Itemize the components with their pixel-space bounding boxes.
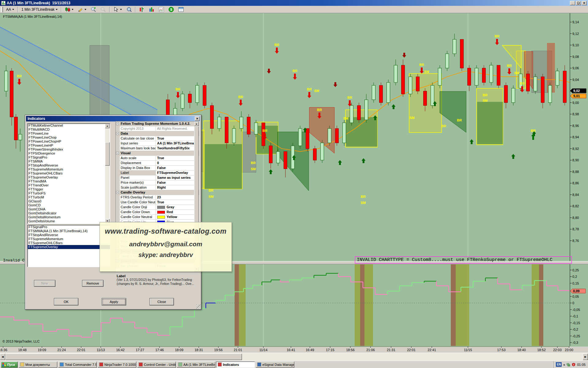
- indicator-list-item[interactable]: FTSMMA: [28, 159, 110, 163]
- chart-trader-button[interactable]: [137, 6, 146, 13]
- instrument-dropdown[interactable]: AA: [4, 6, 16, 13]
- property-row[interactable]: Auto scaleTrue: [116, 156, 199, 161]
- property-category[interactable]: −Visual: [116, 151, 199, 156]
- ok-button[interactable]: OK: [54, 298, 78, 305]
- property-value[interactable]: True: [156, 156, 199, 160]
- property-value[interactable]: False: [156, 180, 199, 185]
- remove-button[interactable]: Remove: [82, 280, 104, 287]
- property-row[interactable]: Calculate on bar closeTrue: [116, 136, 199, 141]
- selected-indicator-item[interactable]: FTSupremeMomentum: [28, 237, 110, 241]
- scrollbar-thumb[interactable]: [6, 354, 242, 360]
- data-box-button[interactable]: [124, 6, 134, 13]
- indicator-list-item[interactable]: FTTrendMA: [28, 179, 110, 183]
- property-value[interactable]: Red: [156, 210, 199, 214]
- indicator-list-item[interactable]: FTSignalPro: [28, 155, 110, 159]
- list-scrollbar[interactable]: ▲▼: [105, 124, 110, 223]
- cursor-tool-button[interactable]: [111, 6, 124, 13]
- selected-indicator-item[interactable]: FTSupremeOHLCBars: [28, 241, 110, 245]
- indicator-list-item[interactable]: FTPSIDivergence: [28, 151, 110, 155]
- indicator-list-item[interactable]: FTSupremeOverlay: [28, 175, 110, 179]
- apply-button[interactable]: Apply: [102, 298, 126, 305]
- property-value[interactable]: Same as input series: [156, 175, 199, 180]
- collapse-icon[interactable]: −: [116, 122, 119, 125]
- property-value[interactable]: TwoHundredFiftySix: [156, 146, 199, 151]
- selected-indicator-item[interactable]: FTSupremeOverlay: [28, 245, 110, 249]
- taskbar-item[interactable]: Total Commander 7.50 p...: [58, 362, 97, 368]
- property-row[interactable]: Scale justificationRight: [116, 185, 199, 190]
- chart-style-button[interactable]: [63, 6, 75, 13]
- property-value[interactable]: False: [156, 166, 199, 170]
- scroll-up-icon[interactable]: ▲: [105, 124, 110, 128]
- indicator-list-item[interactable]: GomDeltaVolume: [28, 219, 110, 223]
- scroll-up-icon[interactable]: ▲: [194, 122, 199, 126]
- tray-chevron-icon[interactable]: «: [563, 363, 565, 366]
- property-row[interactable]: −Felton Trading Supreme Momentum 1.0.4.2…: [116, 121, 199, 126]
- close-dialog-button[interactable]: Close: [149, 298, 174, 305]
- property-value[interactable]: Gray: [156, 205, 199, 209]
- line-chart-button[interactable]: [157, 6, 166, 13]
- selected-indicator-item[interactable]: FTSignalPro: [28, 225, 110, 229]
- taskbar-item[interactable]: NinjaTrader 7.0.1000.14...: [98, 362, 136, 368]
- maximize-button[interactable]: ❏: [576, 1, 581, 5]
- indicator-list-item[interactable]: FTTrendOver: [28, 183, 110, 187]
- property-row[interactable]: FTRS Overlay Period23: [116, 195, 199, 200]
- indicator-list-item[interactable]: GomCD: [28, 203, 110, 207]
- zoom-out-button[interactable]: [99, 6, 108, 13]
- property-category[interactable]: −Data: [116, 131, 199, 136]
- property-row[interactable]: Candle Color DownRed: [116, 210, 199, 215]
- scroll-right-icon[interactable]: ▶: [583, 354, 588, 360]
- dialog-titlebar[interactable]: Indicators ✕: [26, 116, 200, 121]
- indicator-list-item[interactable]: FTMultiMACD: [28, 128, 110, 132]
- collapse-icon[interactable]: −: [116, 132, 119, 135]
- collapse-icon[interactable]: −: [116, 152, 119, 155]
- scroll-left-icon[interactable]: ◀: [0, 354, 5, 360]
- taskbar-item[interactable]: Control Center - Untitled1: [137, 362, 176, 368]
- language-indicator[interactable]: EN: [556, 362, 562, 367]
- property-row[interactable]: Display in Data BoxFalse: [116, 166, 199, 171]
- minimize-button[interactable]: _: [570, 1, 575, 5]
- indicator-list-item[interactable]: FTSupremeOHLCBars: [28, 171, 110, 175]
- selected-indicators-list[interactable]: FTSignalProFTSMMA(AA (1 Min 3FTLineBreak…: [27, 225, 110, 267]
- taskbar-item[interactable]: AA (1 Min 3FTLineBreak) ...: [177, 362, 215, 368]
- indicator-list-item[interactable]: GomDeltaMomentum: [28, 215, 110, 219]
- selected-indicator-item[interactable]: FTStopAndReverse: [28, 233, 110, 237]
- toolbar-grip-icon[interactable]: [1, 7, 3, 12]
- property-value[interactable]: True: [156, 200, 199, 205]
- dialog-close-icon[interactable]: ✕: [195, 117, 200, 121]
- start-button[interactable]: Пуск: [1, 362, 18, 368]
- new-button[interactable]: New: [34, 280, 55, 287]
- property-row[interactable]: Displacement0: [116, 161, 199, 166]
- selected-indicator-item[interactable]: FTSMMA(AA (1 Min 3FTLineBreak),14): [28, 229, 110, 233]
- horizontal-scrollbar[interactable]: ◀ ▶: [0, 353, 588, 361]
- property-category[interactable]: −Candle Overlay: [116, 190, 199, 195]
- data-grid-button[interactable]: [176, 6, 186, 13]
- taskbar-item[interactable]: Мои документы: [19, 362, 57, 368]
- security-shield-icon[interactable]: !: [572, 363, 575, 366]
- property-value[interactable]: Yellow: [156, 215, 199, 219]
- zoom-in-button[interactable]: [89, 6, 98, 13]
- property-value[interactable]: True: [156, 136, 199, 141]
- property-row[interactable]: Input seriesAA (1 Min 3FTLineBrea: [116, 141, 199, 146]
- property-value[interactable]: 23: [156, 195, 199, 200]
- account-button[interactable]: $: [167, 6, 176, 13]
- market-analyzer-button[interactable]: [147, 6, 156, 13]
- indicator-list-item[interactable]: FTStopAndReverse: [28, 163, 110, 167]
- indicator-list-item[interactable]: FTPowerStrengthIndex: [28, 148, 110, 151]
- property-row[interactable]: PanelSame as input series: [116, 175, 199, 180]
- scrollbar-thumb[interactable]: [105, 142, 110, 166]
- property-row[interactable]: Copyright 2013All Rights Reserved.: [116, 126, 199, 131]
- property-value[interactable]: AA (1 Min 3FTLineBrea: [156, 141, 199, 146]
- property-row[interactable]: Maximum bars look baclTwoHundredFiftySix: [116, 146, 199, 151]
- indicator-list-item[interactable]: FTPowerLineHP: [28, 144, 110, 148]
- property-value[interactable]: FTSupremeOverlay: [156, 171, 199, 175]
- taskbar-item[interactable]: Indicators: [216, 362, 255, 368]
- indicator-list-item[interactable]: FTMultiKeltnerChannel: [28, 124, 110, 128]
- indicator-list-item[interactable]: FTTurboFS: [28, 191, 110, 195]
- drawing-tools-button[interactable]: [76, 6, 88, 13]
- indicator-list-item[interactable]: GomDeltaIndicator: [28, 211, 110, 215]
- network-icon[interactable]: [567, 363, 570, 366]
- property-value[interactable]: All Rights Reserved.: [156, 126, 199, 131]
- property-row[interactable]: LabelFTSupremeOverlay: [116, 171, 199, 175]
- indicator-list-item[interactable]: FTTurboM: [28, 195, 110, 199]
- indicator-list-item[interactable]: FTPowerLineChopHP: [28, 140, 110, 144]
